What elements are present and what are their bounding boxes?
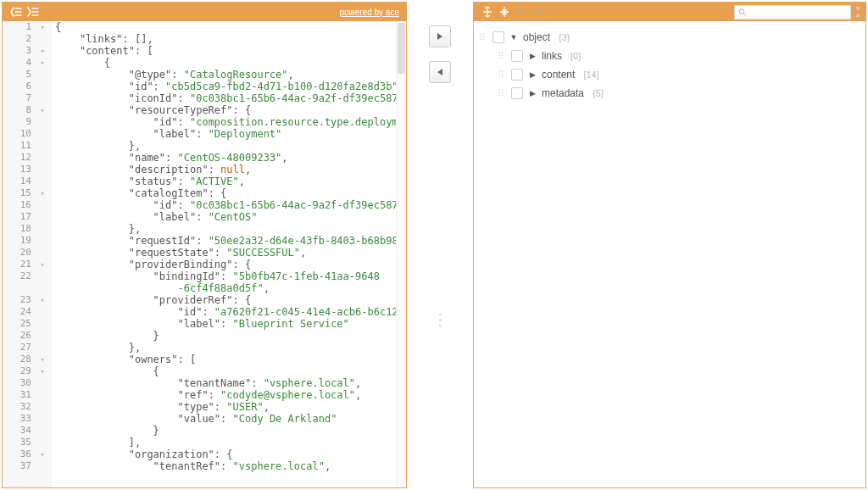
code-line[interactable]: "id": "0c038bc1-65b6-44ac-9a2f-df39ec587… (55, 199, 406, 211)
line-number: 9 (3, 116, 31, 128)
tree-child-metadata[interactable]: ⠿ ▶ metadata {5} (479, 84, 860, 103)
line-number: 11 (3, 140, 31, 152)
tree-count: {3} (559, 32, 570, 42)
drag-handle-icon[interactable]: ⠿ (498, 88, 506, 99)
tree-body[interactable]: ⠿ ▼ object {3} ⠿ ▶ links [0] ⠿ ▶ content… (474, 21, 865, 487)
code-line[interactable]: "label": "Deployment" (55, 128, 406, 140)
line-number: 20 (3, 247, 31, 259)
disclosure-closed-icon[interactable]: ▶ (528, 52, 537, 60)
line-number: 19 (3, 235, 31, 247)
code-line[interactable]: } (55, 330, 406, 342)
code-line[interactable]: "name": "CentOS-48009233", (55, 152, 406, 164)
code-line[interactable]: "iconId": "0c038bc1-65b6-44ac-9a2f-df39e… (55, 92, 406, 104)
code-line[interactable]: "label": "CentOS" (55, 211, 406, 223)
expand-all-icon[interactable] (496, 3, 513, 20)
code-line[interactable]: "providerRef": { (55, 294, 406, 306)
collapse-all-icon[interactable] (479, 3, 496, 20)
line-number: 22 (3, 270, 31, 294)
transfer-controls (409, 2, 471, 488)
tree-root[interactable]: ⠿ ▼ object {3} (479, 28, 860, 47)
editor-toolbar: powered by ace (3, 3, 406, 21)
code-line[interactable]: }, (55, 140, 406, 152)
code-area[interactable]: { "links": [], "content": [ { "@type": "… (52, 21, 406, 487)
tree-label[interactable]: content (542, 69, 575, 81)
node-type-icon (492, 31, 504, 43)
code-line[interactable]: "providerBinding": { (55, 259, 406, 270)
code-line[interactable]: "ref": "codyde@vsphere.local", (55, 389, 406, 401)
code-line[interactable]: "id": "cb5d5ca9-fbd2-4d71-b100-d120fa2e8… (55, 81, 406, 92)
code-line[interactable]: }, (55, 342, 406, 354)
code-line[interactable]: "label": "Blueprint Service" (55, 318, 406, 330)
code-line[interactable]: ], (55, 437, 406, 448)
line-number: 16 (3, 199, 31, 211)
code-line[interactable]: "links": [], (55, 33, 406, 45)
code-line[interactable]: "bindingId": "5b0fb47c-1feb-41aa-9648 -6… (55, 270, 406, 294)
code-line[interactable]: "content": [ (55, 45, 406, 57)
resize-handle-icon[interactable] (439, 313, 442, 327)
disclosure-closed-icon[interactable]: ▶ (528, 89, 537, 97)
tree-toolbar: ▼ ▲ (474, 3, 865, 21)
undo-icon[interactable] (513, 3, 530, 20)
tree-label[interactable]: links (542, 50, 562, 62)
line-number: 36 (3, 448, 31, 460)
line-number: 6 (3, 81, 31, 92)
line-number: 23 (3, 294, 31, 306)
code-line[interactable]: "tenantRef": "vsphere.local", (55, 460, 406, 472)
tree-child-links[interactable]: ⠿ ▶ links [0] (479, 47, 860, 65)
sort-desc-icon[interactable]: ▲ (856, 12, 860, 18)
code-line[interactable]: "@type": "CatalogResource", (55, 69, 406, 81)
code-line[interactable]: "tenantName": "vsphere.local", (55, 377, 406, 389)
transfer-right-button[interactable] (429, 25, 451, 47)
search-input[interactable] (749, 7, 846, 17)
line-number: 35 (3, 437, 31, 448)
code-line[interactable]: }, (55, 223, 406, 235)
redo-icon[interactable] (530, 3, 547, 20)
code-line[interactable]: { (55, 365, 406, 377)
line-number: 8 (3, 104, 31, 116)
line-number: 29 (3, 365, 31, 377)
tree-label[interactable]: object (523, 31, 550, 43)
tree-label[interactable]: metadata (542, 87, 584, 99)
line-number: 28 (3, 354, 31, 365)
tree-count: [0] (570, 51, 581, 61)
search-box[interactable] (734, 5, 851, 19)
outdent-icon[interactable] (8, 3, 25, 20)
transfer-left-button[interactable] (429, 61, 451, 83)
code-line[interactable]: "requestId": "50ee2a32-d64e-43fb-8403-b6… (55, 235, 406, 247)
drag-handle-icon[interactable]: ⠿ (498, 51, 506, 62)
drag-handle-icon[interactable]: ⠿ (498, 70, 506, 81)
vertical-scrollbar[interactable] (396, 21, 406, 487)
disclosure-closed-icon[interactable]: ▶ (528, 70, 537, 79)
code-line[interactable]: "id": "a7620f21-c045-41e4-acb6-b6c12115d… (55, 306, 406, 318)
code-line[interactable]: "description": null, (55, 164, 406, 175)
line-number: 25 (3, 318, 31, 330)
code-line[interactable]: } (55, 425, 406, 437)
code-line[interactable]: "type": "USER", (55, 401, 406, 413)
tree-child-content[interactable]: ⠿ ▶ content [14] (479, 65, 860, 84)
code-line[interactable]: "organization": { (55, 448, 406, 460)
sort-toggle[interactable]: ▼ ▲ (856, 6, 860, 18)
scrollbar-thumb[interactable] (398, 23, 405, 74)
drag-handle-icon[interactable]: ⠿ (479, 32, 487, 43)
search-icon (738, 8, 747, 17)
code-line[interactable]: "requestState": "SUCCESSFUL", (55, 247, 406, 259)
line-gutter: 1234567891011121314151617181920212223242… (3, 21, 52, 487)
line-number: 34 (3, 425, 31, 437)
code-editor[interactable]: 1234567891011121314151617181920212223242… (3, 21, 406, 487)
disclosure-open-icon[interactable]: ▼ (509, 33, 518, 42)
code-line[interactable]: "status": "ACTIVE", (55, 175, 406, 187)
code-line[interactable]: { (55, 21, 406, 33)
code-line[interactable]: { (55, 57, 406, 69)
line-number: 15 (3, 187, 31, 199)
code-line[interactable]: "catalogItem": { (55, 187, 406, 199)
line-number: 37 (3, 460, 31, 472)
node-type-icon (511, 87, 523, 99)
line-number: 1 (3, 21, 31, 33)
powered-by-link[interactable]: powered by ace (339, 8, 399, 17)
code-line[interactable]: "id": "composition.resource.type.deploym… (55, 116, 406, 128)
code-line[interactable]: "resourceTypeRef": { (55, 104, 406, 116)
indent-icon[interactable] (25, 3, 42, 20)
node-type-icon (511, 69, 523, 81)
code-line[interactable]: "value": "Cody De Arkland" (55, 413, 406, 425)
code-line[interactable]: "owners": [ (55, 354, 406, 365)
